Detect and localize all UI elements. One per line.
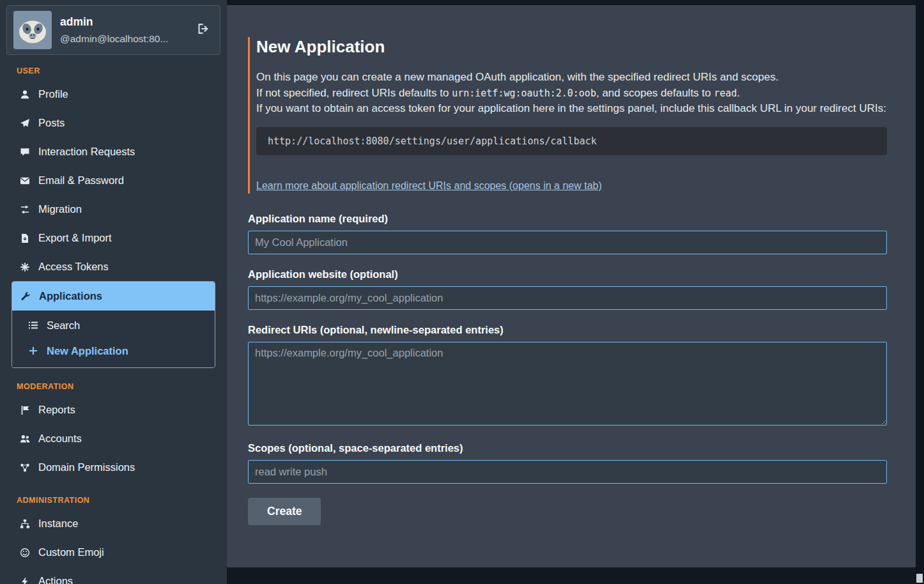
- application-website-input[interactable]: [248, 286, 887, 310]
- wrench-icon: [20, 291, 31, 302]
- users-icon: [19, 434, 31, 444]
- section-label-administration: ADMINISTRATION: [0, 482, 227, 509]
- sidebar-item-migration[interactable]: Migration: [0, 195, 227, 224]
- avatar: [13, 11, 52, 49]
- user-name: admin: [60, 15, 168, 29]
- intro-line1: On this page you can create a new manage…: [256, 70, 887, 86]
- redirect-uris-field: Redirect URIs (optional, newline-separat…: [248, 324, 887, 428]
- flag-icon: [19, 405, 31, 415]
- scopes-field: Scopes (optional, space-separated entrie…: [248, 442, 887, 484]
- sidebar-item-posts[interactable]: Posts: [0, 109, 227, 137]
- new-application-form: Application name (required) Application …: [248, 213, 887, 525]
- sidebar-item-label: Email & Password: [38, 174, 124, 187]
- redirect-uris-textarea[interactable]: [248, 342, 887, 426]
- redirect-uris-label: Redirect URIs (optional, newline-separat…: [248, 324, 887, 336]
- sidebar-item-label: Applications: [39, 289, 102, 303]
- sidebar: admin @admin@localhost:80... USER Profil…: [0, 0, 227, 584]
- applications-menu-group: Applications Search New Application: [12, 281, 215, 368]
- list-icon: [27, 320, 39, 330]
- sidebar-item-applications[interactable]: Applications: [12, 282, 215, 311]
- scopes-label: Scopes (optional, space-separated entrie…: [248, 442, 887, 454]
- intro-section: New Application On this page you can cre…: [248, 37, 887, 194]
- learn-more-paragraph: Learn more about application redirect UR…: [256, 178, 887, 194]
- sidebar-item-label: Migration: [38, 203, 82, 216]
- intro-line3: If you want to obtain an access token fo…: [256, 101, 887, 117]
- sidebar-item-access-tokens[interactable]: Access Tokens: [0, 252, 227, 281]
- sidebar-item-label: Accounts: [38, 432, 82, 445]
- sidebar-item-actions[interactable]: Actions: [0, 567, 227, 584]
- applications-submenu: Search New Application: [12, 311, 215, 367]
- section-label-user: USER: [0, 59, 227, 80]
- intro-text: , and scopes defaults to: [596, 87, 714, 99]
- main-outer: New Application On this page you can cre…: [227, 0, 924, 584]
- callback-url-codeblock: http://localhost:8080/settings/user/appl…: [256, 127, 887, 155]
- file-export-icon: [19, 233, 31, 243]
- sidebar-item-email-password[interactable]: Email & Password: [0, 166, 227, 195]
- application-website-field: Application website (optional): [248, 268, 887, 310]
- application-name-input[interactable]: [248, 231, 887, 254]
- user-meta: admin @admin@localhost:80...: [60, 15, 168, 45]
- scopes-input[interactable]: [248, 460, 887, 484]
- sitemap-icon: [19, 519, 31, 529]
- sidebar-item-label: Custom Emoji: [38, 546, 104, 559]
- sidebar-item-interaction-requests[interactable]: Interaction Requests: [0, 137, 227, 166]
- intro-text: .: [737, 87, 740, 99]
- sidebar-item-label: Posts: [38, 116, 65, 130]
- scrollbar-thumb[interactable]: [916, 574, 923, 583]
- sidebar-item-export-import[interactable]: Export & Import: [0, 224, 227, 252]
- sidebar-item-label: Instance: [38, 517, 78, 530]
- network-icon: [19, 463, 31, 473]
- sidebar-item-applications-search[interactable]: Search: [12, 312, 215, 338]
- sidebar-item-label: New Application: [47, 344, 128, 357]
- sidebar-item-label: Interaction Requests: [38, 145, 135, 158]
- sidebar-item-label: Export & Import: [38, 231, 112, 245]
- sidebar-item-custom-emoji[interactable]: Custom Emoji: [0, 538, 227, 567]
- vertical-scrollbar[interactable]: [916, 0, 924, 584]
- inline-code-oob: urn:ietf:wg:oauth:2.0:oob: [452, 88, 596, 99]
- sidebar-item-label: Reports: [38, 403, 75, 417]
- sidebar-item-domain-permissions[interactable]: Domain Permissions: [0, 453, 227, 482]
- sidebar-item-accounts[interactable]: Accounts: [0, 424, 227, 453]
- smiley-icon: [19, 548, 31, 558]
- sidebar-item-reports[interactable]: Reports: [0, 396, 227, 424]
- sidebar-item-profile[interactable]: Profile: [0, 80, 227, 109]
- paper-plane-icon: [19, 118, 31, 128]
- sidebar-item-instance[interactable]: Instance: [0, 509, 227, 538]
- inline-code-read: read: [714, 88, 737, 99]
- sidebar-nav: USER Profile Posts Interaction Requests: [0, 59, 227, 584]
- bolt-icon: [19, 576, 31, 584]
- sidebar-item-label: Domain Permissions: [38, 461, 135, 474]
- speech-bubble-icon: [19, 147, 31, 157]
- page-title: New Application: [256, 37, 887, 57]
- sidebar-item-label: Profile: [38, 88, 68, 101]
- transfer-arrows-icon: [19, 204, 31, 215]
- section-label-moderation: MODERATION: [0, 368, 227, 396]
- main-panel: New Application On this page you can cre…: [227, 5, 916, 567]
- user-handle: @admin@localhost:80...: [60, 33, 168, 45]
- intro-text: If not specified, redirect URIs defaults…: [256, 87, 452, 99]
- learn-more-link[interactable]: Learn more about application redirect UR…: [256, 180, 602, 191]
- sidebar-item-label: Actions: [38, 574, 73, 584]
- plus-icon: [27, 346, 39, 356]
- sidebar-item-label: Search: [47, 319, 80, 332]
- sidebar-item-new-application[interactable]: New Application: [12, 338, 215, 364]
- create-button[interactable]: Create: [248, 498, 321, 525]
- certificate-icon: [19, 262, 31, 272]
- callback-url: http://localhost:8080/settings/user/appl…: [268, 135, 597, 147]
- application-name-label: Application name (required): [248, 213, 887, 225]
- sidebar-item-label: Access Tokens: [38, 260, 109, 273]
- application-name-field: Application name (required): [248, 213, 887, 254]
- envelope-icon: [19, 176, 31, 186]
- user-card[interactable]: admin @admin@localhost:80...: [6, 5, 220, 55]
- user-icon: [19, 89, 31, 100]
- logout-icon[interactable]: [197, 22, 213, 38]
- app-root: admin @admin@localhost:80... USER Profil…: [0, 0, 924, 584]
- intro-line2: If not specified, redirect URIs defaults…: [256, 86, 887, 102]
- application-website-label: Application website (optional): [248, 268, 887, 280]
